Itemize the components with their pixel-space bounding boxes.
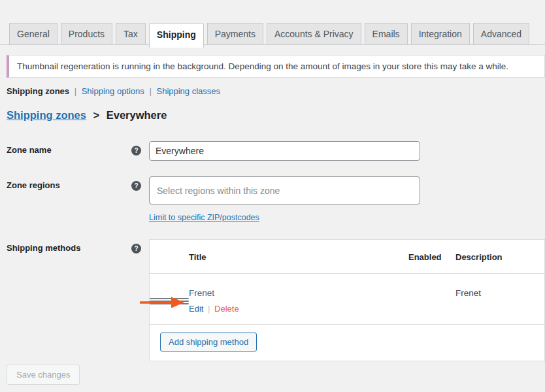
column-header-title: Title — [189, 240, 408, 273]
shipping-subnav: Shipping zones | Shipping options | Ship… — [7, 86, 545, 96]
tab-general[interactable]: General — [9, 23, 58, 44]
shipping-methods-label: Shipping methods — [7, 243, 80, 253]
subnav-shipping-classes[interactable]: Shipping classes — [156, 86, 220, 96]
help-icon[interactable]: ? — [131, 146, 141, 155]
tab-shipping[interactable]: Shipping — [149, 24, 204, 48]
help-icon[interactable]: ? — [131, 181, 141, 191]
toggle-knob — [396, 289, 407, 301]
tab-advanced[interactable]: Advanced — [473, 23, 529, 44]
breadcrumb-separator: > — [93, 109, 100, 121]
delete-link[interactable]: Delete — [214, 304, 239, 314]
methods-table-body: Frenet Edit | Delete Frene — [150, 273, 544, 324]
zone-regions-select[interactable]: Select regions within this zone — [149, 176, 420, 204]
notice-text: Thumbnail regeneration is running in the… — [17, 61, 508, 71]
zone-regions-label: Zone regions — [7, 180, 60, 190]
edit-link[interactable]: Edit — [189, 304, 203, 314]
tab-payments[interactable]: Payments — [207, 23, 263, 44]
tab-products[interactable]: Products — [61, 23, 112, 44]
thumbnail-regeneration-notice: Thumbnail regeneration is running in the… — [7, 55, 545, 78]
add-shipping-method-button[interactable]: Add shipping method — [160, 333, 257, 351]
method-title-link[interactable]: Frenet — [189, 288, 214, 298]
table-row: Frenet Edit | Delete Frene — [150, 274, 544, 324]
settings-tab-bar: General Products Tax Shipping Payments A… — [0, 23, 545, 45]
zone-regions-placeholder: Select regions within this zone — [157, 186, 280, 196]
help-icon[interactable]: ? — [131, 244, 141, 253]
shipping-methods-table: Title Enabled Description Frenet — [149, 239, 545, 361]
limit-postcodes-link[interactable]: Limit to specific ZIP/postcodes — [149, 213, 259, 222]
zone-name-row: Zone name ? — [7, 141, 545, 161]
zone-name-label: Zone name — [7, 145, 52, 155]
breadcrumb-shipping-zones-link[interactable]: Shipping zones — [7, 109, 86, 121]
zone-regions-row: Zone regions ? Select regions within thi… — [7, 176, 545, 222]
method-description: Frenet — [455, 288, 481, 298]
tab-tax[interactable]: Tax — [116, 23, 146, 44]
zone-name-input[interactable] — [149, 141, 420, 161]
subnav-separator: | — [149, 86, 151, 96]
tab-emails[interactable]: Emails — [365, 23, 408, 44]
actions-separator: | — [208, 304, 210, 314]
drag-handle-icon[interactable] — [150, 298, 189, 304]
subnav-shipping-zones[interactable]: Shipping zones — [7, 86, 69, 96]
breadcrumb: Shipping zones > Everywhere — [7, 109, 545, 122]
column-header-enabled: Enabled — [408, 240, 455, 273]
subnav-separator: | — [74, 86, 76, 96]
methods-table-header: Title Enabled Description — [150, 240, 544, 273]
save-changes-button[interactable]: Save changes — [7, 365, 80, 385]
subnav-shipping-options[interactable]: Shipping options — [82, 86, 144, 96]
tab-integration[interactable]: Integration — [411, 23, 470, 44]
column-header-description: Description — [455, 240, 544, 273]
row-actions: Edit | Delete — [189, 304, 408, 314]
breadcrumb-current-zone: Everywhere — [107, 109, 167, 121]
tab-accounts-privacy[interactable]: Accounts & Privacy — [267, 23, 361, 44]
shipping-methods-row: Shipping methods ? Title Enabled Descrip… — [7, 239, 545, 361]
zone-edit-form: Zone name ? Zone regions ? Select region… — [7, 141, 545, 361]
methods-table-footer: Add shipping method — [150, 324, 544, 361]
